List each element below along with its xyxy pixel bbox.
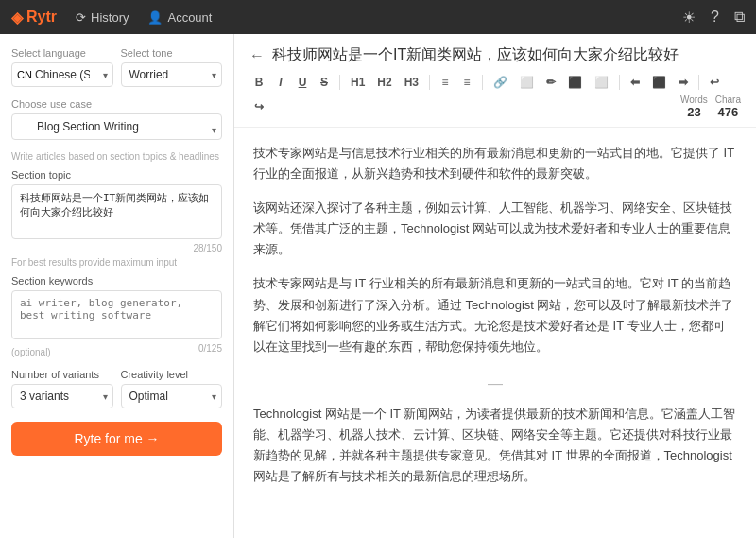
- keywords-char-count: 0/125: [198, 343, 222, 354]
- history-nav-item[interactable]: ⟳ History: [76, 10, 129, 25]
- align-center-button[interactable]: ⬛: [647, 73, 671, 92]
- toolbar: B I U S H1 H2 H3 ≡ ≡ 🔗 ⬜ ✏ ⬛ ⬜ ⬅ ⬛: [249, 73, 741, 119]
- tone-col: Select tone Worried Casual Formal ▾: [121, 47, 223, 87]
- section-topic-label: Section topic: [11, 169, 222, 181]
- italic-button[interactable]: I: [271, 73, 290, 92]
- nav-right-icons: ☀ ? ⧉: [682, 9, 745, 26]
- words-count-box: Words 23: [680, 95, 708, 119]
- hint-text: For best results provide maximum input: [11, 257, 222, 268]
- creativity-select[interactable]: Optimal Low Medium High Max: [121, 384, 223, 408]
- keywords-label: Section keywords: [11, 275, 222, 286]
- word-char-counts: Words 23 Chara 476: [680, 95, 741, 119]
- use-case-select[interactable]: Blog Section Writing Blog Post Email: [11, 113, 222, 140]
- logo-icon: ◈: [11, 9, 23, 26]
- use-case-description: Write articles based on section topics &…: [11, 151, 222, 162]
- underline-button[interactable]: U: [293, 73, 312, 92]
- paragraph-3: 技术专家网站是与 IT 行业相关的所有最新消息和更新的一站式目的地。它对 IT …: [253, 273, 737, 356]
- paragraph-4: Technologist 网站是一个 IT 新闻网站，为读者提供最新的技术新闻和…: [253, 404, 737, 487]
- chars-count-box: Chara 476: [715, 95, 741, 119]
- ryte-button-label: Ryte for me →: [74, 431, 159, 446]
- h2-button[interactable]: H2: [372, 73, 396, 92]
- bullet-list-button[interactable]: ≡: [436, 73, 455, 92]
- use-case-wrapper: ≡ Blog Section Writing Blog Post Email ▾: [11, 113, 222, 146]
- variants-select-wrapper: 3 variants 1 variant 2 variants ▾: [11, 384, 113, 408]
- chars-label: Chara: [715, 95, 741, 105]
- main-layout: Select language CN Chinese (S) English F…: [0, 34, 756, 538]
- creativity-label: Creativity level: [121, 369, 223, 380]
- history-icon: ⟳: [76, 10, 86, 25]
- bold-button[interactable]: B: [249, 73, 268, 92]
- content-title-row: ← 科技师网站是一个IT新闻类网站，应该如何向大家介绍比较好: [249, 45, 741, 65]
- paragraph-2: 该网站还深入探讨了各种主题，例如云计算、人工智能、机器学习、网络安全、区块链技术…: [253, 198, 737, 260]
- creativity-select-wrapper: Optimal Low Medium High Max ▾: [121, 384, 223, 408]
- content-body: 技术专家网站是与信息技术行业相关的所有最新消息和更新的一站式目的地。它提供了 I…: [234, 128, 756, 538]
- content-divider: —: [253, 371, 737, 396]
- language-col: Select language CN Chinese (S) English F…: [11, 47, 113, 87]
- redo-button[interactable]: ↪: [249, 97, 268, 116]
- language-label: Select language: [11, 47, 113, 59]
- cn-flag: CN: [17, 69, 32, 80]
- sidebar: Select language CN Chinese (S) English F…: [0, 34, 234, 538]
- h1-button[interactable]: H1: [346, 73, 369, 92]
- section-topic-char-count: 28/150: [11, 243, 222, 253]
- toolbar-divider-5: [698, 75, 699, 90]
- content-header: ← 科技师网站是一个IT新闻类网站，应该如何向大家介绍比较好 B I U S H…: [234, 34, 756, 128]
- creativity-col: Creativity level Optimal Low Medium High…: [121, 369, 223, 408]
- toolbar-divider-2: [429, 75, 430, 90]
- h3-button[interactable]: H3: [400, 73, 423, 92]
- align-right-button[interactable]: ➡: [674, 73, 693, 92]
- variants-col: Number of variants 3 variants 1 variant …: [11, 369, 113, 408]
- chars-count: 476: [718, 105, 739, 119]
- keywords-optional-text: (optional): [11, 347, 51, 357]
- keywords-textarea[interactable]: [11, 290, 222, 339]
- back-button[interactable]: ←: [249, 47, 265, 64]
- content-title-text: 科技师网站是一个IT新闻类网站，应该如何向大家介绍比较好: [272, 45, 679, 65]
- variants-select[interactable]: 3 variants 1 variant 2 variants: [11, 384, 113, 408]
- ordered-list-button[interactable]: ≡: [457, 73, 476, 92]
- strikethrough-button[interactable]: S: [315, 73, 334, 92]
- help-icon[interactable]: ?: [711, 9, 719, 26]
- brightness-icon[interactable]: ☀: [682, 9, 696, 26]
- ryte-button[interactable]: Ryte for me →: [11, 422, 222, 456]
- content-area: ← 科技师网站是一个IT新闻类网站，应该如何向大家介绍比较好 B I U S H…: [234, 34, 756, 538]
- align-left-button[interactable]: ⬅: [626, 73, 644, 92]
- undo-button[interactable]: ↩: [705, 73, 724, 92]
- variants-label: Number of variants: [11, 369, 113, 380]
- account-nav-item[interactable]: 👤 Account: [147, 10, 212, 25]
- logo-text: Rytr: [26, 9, 57, 26]
- words-count: 23: [687, 105, 700, 119]
- language-select-wrapper: CN Chinese (S) English French ▾: [11, 62, 113, 87]
- history-label: History: [91, 10, 129, 25]
- tone-select-wrapper: Worried Casual Formal ▾: [121, 62, 223, 87]
- paragraph-1: 技术专家网站是与信息技术行业相关的所有最新消息和更新的一站式目的地。它提供了 I…: [253, 143, 737, 184]
- toolbar-divider-4: [619, 75, 620, 90]
- words-label: Words: [680, 95, 708, 105]
- use-case-label: Choose use case: [11, 98, 222, 110]
- image-button[interactable]: ⬜: [515, 73, 539, 92]
- variants-creativity-row: Number of variants 3 variants 1 variant …: [11, 369, 222, 408]
- tone-label: Select tone: [121, 47, 223, 59]
- link-button[interactable]: 🔗: [489, 73, 512, 92]
- account-label: Account: [167, 10, 212, 25]
- account-icon: 👤: [147, 10, 163, 25]
- toolbar-divider-3: [482, 75, 483, 90]
- lang-tone-row: Select language CN Chinese (S) English F…: [11, 47, 222, 87]
- tone-select[interactable]: Worried Casual Formal: [121, 62, 223, 87]
- top-navigation: ◈ Rytr ⟳ History 👤 Account ☀ ? ⧉: [0, 0, 756, 34]
- external-link-icon[interactable]: ⧉: [734, 9, 745, 26]
- section-topic-textarea[interactable]: 科技师网站是一个IT新闻类网站，应该如何向大家介绍比较好: [11, 184, 222, 239]
- logo[interactable]: ◈ Rytr: [11, 9, 57, 26]
- format-button[interactable]: ⬜: [590, 73, 613, 92]
- toolbar-divider-1: [339, 75, 340, 90]
- edit-button[interactable]: ✏: [541, 73, 560, 92]
- block-button[interactable]: ⬛: [563, 73, 587, 92]
